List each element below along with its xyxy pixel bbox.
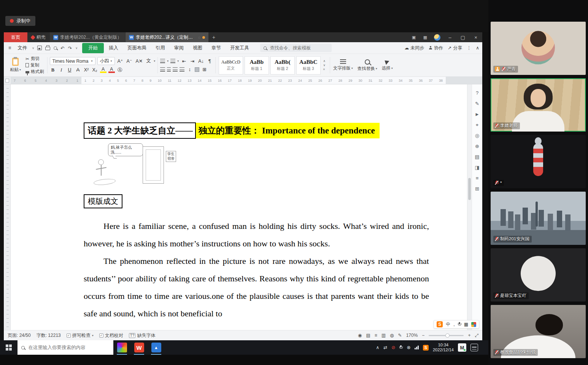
copy-button[interactable]: 复制 xyxy=(25,62,44,68)
tab-stop-selector[interactable] xyxy=(4,77,11,84)
zoom-level[interactable]: 170% xyxy=(406,333,418,338)
minimize-button[interactable]: – xyxy=(443,32,456,42)
select-button[interactable]: 选择 ▾ xyxy=(380,55,395,75)
print-preview-icon[interactable] xyxy=(54,46,57,50)
document-tab-1[interactable]: W 李婧考研202...（黄金定制版） xyxy=(50,32,125,42)
highlight-color-button[interactable]: A xyxy=(100,67,106,73)
bullets-icon[interactable] xyxy=(160,59,165,63)
character-border-button[interactable]: Ⓐ xyxy=(117,67,123,73)
taskbar-clock[interactable]: 10:34 2022/12/14 xyxy=(433,343,454,352)
vertical-scrollbar[interactable] xyxy=(467,84,472,330)
fullscreen-icon[interactable]: ⤢ xyxy=(475,333,478,338)
web-layout-icon[interactable]: ◍ xyxy=(390,333,394,338)
ribbon-tab-developer[interactable]: 开发工具 xyxy=(226,43,253,53)
close-button[interactable]: × xyxy=(469,32,482,42)
restore-button[interactable]: ▢ xyxy=(456,32,469,42)
command-search[interactable] xyxy=(260,44,332,52)
participant-tile-3[interactable]: * xyxy=(491,135,586,188)
document-heading[interactable]: 话题 2 大学生缺乏自立——独立的重要性： Importance of the … xyxy=(84,122,429,139)
paragraph-2[interactable]: The phenomenon reflected in the picture … xyxy=(84,252,429,322)
taskbar-app-photos[interactable] xyxy=(113,340,130,355)
taskbar-search[interactable] xyxy=(17,340,113,355)
split-view-icon[interactable]: ◨ xyxy=(475,165,479,170)
tray-ethernet-icon[interactable]: ⇄ xyxy=(383,345,387,350)
mail-icon[interactable]: M xyxy=(458,343,466,352)
cut-button[interactable]: ✂ 剪切 xyxy=(25,56,44,62)
font-color-button[interactable]: A xyxy=(108,67,115,73)
align-left-icon[interactable] xyxy=(160,67,165,71)
sogou-logo[interactable]: S xyxy=(437,321,443,327)
ribbon-tab-sections[interactable]: 章节 xyxy=(207,43,225,53)
collaborate-button[interactable]: 协作 xyxy=(429,45,443,51)
seal-icon[interactable]: ◎ xyxy=(475,133,479,138)
template-box-label[interactable]: 模版成文 xyxy=(84,194,122,208)
tray-chevron-up-icon[interactable]: ∧ xyxy=(376,345,379,350)
notes-icon[interactable]: ▤ xyxy=(475,154,479,159)
taskbar-search-input[interactable] xyxy=(28,344,110,351)
ime-voice-icon[interactable] xyxy=(458,322,461,327)
workspace-grid-icon[interactable]: ▦ xyxy=(420,32,431,42)
redo-icon[interactable]: ↷ xyxy=(68,45,72,51)
paste-button[interactable]: 粘贴 ▾ xyxy=(8,58,23,73)
tray-mic-icon[interactable] xyxy=(399,345,402,350)
select-arrow-icon[interactable]: ► xyxy=(475,112,480,117)
ime-punctuation-icon[interactable]: , xyxy=(453,322,455,327)
collapse-ribbon-icon[interactable]: ∧ xyxy=(476,45,479,51)
superscript-button[interactable]: X² xyxy=(83,67,90,73)
file-menu[interactable]: 文件 xyxy=(13,43,31,53)
table-tool-icon[interactable]: ⊞ xyxy=(475,186,479,191)
heading-boxed-text[interactable]: 话题 2 大学生缺乏自立—— xyxy=(84,122,196,139)
vertical-ruler[interactable] xyxy=(4,84,11,330)
notes-tray-icon[interactable] xyxy=(470,344,478,351)
tray-record-icon[interactable]: ⊘ xyxy=(391,345,395,350)
more-menu-icon[interactable]: ⋮ xyxy=(467,45,471,51)
outline-view-icon[interactable]: ≡ xyxy=(375,333,377,338)
numbering-icon[interactable] xyxy=(170,59,175,63)
font-size-select[interactable]: 小四 ▾ xyxy=(97,57,115,65)
style-heading-2[interactable]: AaBb( 标题 2 xyxy=(270,56,295,75)
gallery-down-icon[interactable]: ∨ xyxy=(323,63,326,67)
book-view-icon[interactable]: ▥ xyxy=(381,333,386,338)
quick-caret-icon[interactable]: ∨ xyxy=(75,46,78,50)
heading-highlighted-text[interactable]: 独立的重要性： Importance of the dependence xyxy=(196,123,380,138)
new-tab-button[interactable]: + xyxy=(208,32,219,42)
shrink-font-button[interactable]: A⁻ xyxy=(126,58,133,65)
ribbon-tab-view[interactable]: 视图 xyxy=(189,43,207,53)
insert-shape-icon[interactable]: ⊕ xyxy=(475,144,479,149)
print-layout-icon[interactable]: ▤ xyxy=(366,333,370,338)
ribbon-tab-references[interactable]: 引用 xyxy=(151,43,169,53)
sync-status[interactable]: ☁ 未同步 xyxy=(404,45,424,51)
tray-volume-muted-icon[interactable]: ⊗ xyxy=(407,345,410,350)
document-tab-2[interactable]: W 李婧老师202...讲义（定制版） ◌ xyxy=(126,32,208,42)
tab-home[interactable]: 首页 xyxy=(4,32,27,42)
participant-tile-6[interactable]: 教改食品19朱恒锐 xyxy=(491,305,586,358)
tab-docer[interactable]: 稻壳 xyxy=(27,32,49,42)
taskbar-app-meeting[interactable]: ▲ xyxy=(148,340,165,355)
proofread-button[interactable]: ✓ 文档校对 xyxy=(99,332,123,339)
ime-toolbox-icon[interactable] xyxy=(471,322,476,327)
undo-icon[interactable]: ↶ xyxy=(60,45,64,51)
ime-keyboard-icon[interactable]: ▦ xyxy=(464,322,468,327)
bold-button[interactable]: B xyxy=(50,67,56,73)
style-heading-1[interactable]: AaBb 标题 1 xyxy=(245,56,269,75)
capture-icon[interactable]: ▣ xyxy=(408,32,420,42)
underline-button[interactable]: U xyxy=(67,67,73,73)
share-button[interactable]: ↗ 分享 xyxy=(448,45,462,51)
tray-sogou-icon[interactable]: S xyxy=(423,345,429,351)
gallery-up-icon[interactable]: ∧ xyxy=(323,59,326,63)
phonetic-guide-button[interactable]: 文 xyxy=(145,58,152,65)
style-heading-3[interactable]: AaBbC 标题 3 xyxy=(296,56,321,75)
scrollbar-thumb[interactable] xyxy=(468,178,471,200)
zoom-in-button[interactable]: + xyxy=(468,333,470,338)
missing-font-button[interactable]: T? 缺失字体 xyxy=(129,332,156,339)
document-page[interactable]: 话题 2 大学生缺乏自立——独立的重要性： Importance of the … xyxy=(11,84,467,330)
ribbon-tab-insert[interactable]: 插入 xyxy=(105,43,122,53)
outline-icon[interactable]: ≡ xyxy=(476,176,479,181)
tray-network-icon[interactable] xyxy=(415,346,419,349)
ribbon-tab-review[interactable]: 审阅 xyxy=(170,43,188,53)
save-icon[interactable] xyxy=(37,46,42,50)
zoom-slider[interactable] xyxy=(429,335,464,336)
justify-icon[interactable] xyxy=(180,67,184,71)
format-painter-button[interactable]: 格式刷 xyxy=(25,69,44,75)
participant-tile-4[interactable]: 制药201安兴国 xyxy=(491,192,586,245)
